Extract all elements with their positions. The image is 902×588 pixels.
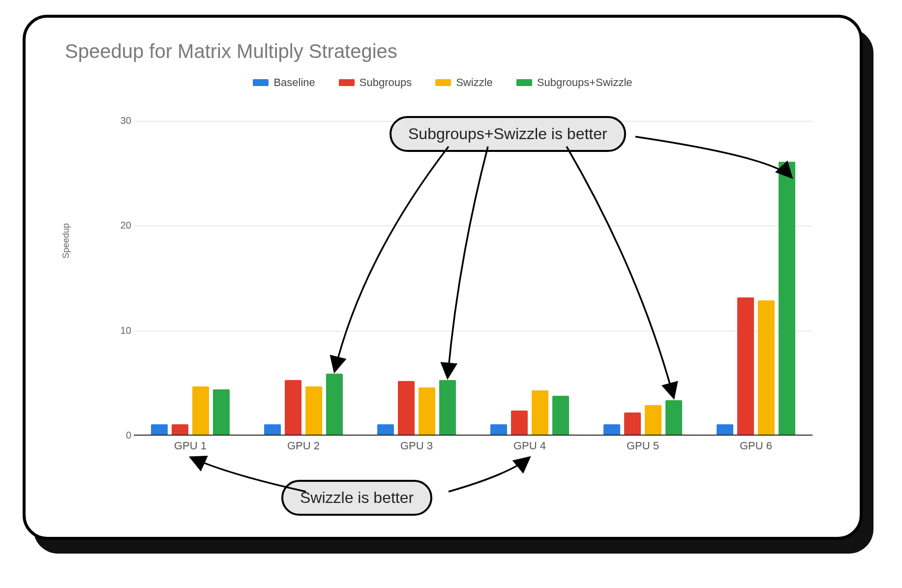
bar-group [490, 390, 569, 435]
bar [419, 387, 435, 435]
bar [603, 424, 620, 435]
callout-bottom: Swizzle is better [281, 480, 432, 516]
stage: Speedup for Matrix Multiply Strategies B… [0, 0, 902, 588]
y-tick-label: 0 [112, 430, 131, 441]
chart-card: Speedup for Matrix Multiply Strategies B… [23, 15, 863, 540]
y-tick-label: 10 [112, 325, 131, 336]
legend-label: Baseline [273, 76, 315, 89]
gridline [134, 331, 812, 331]
bar [192, 386, 209, 435]
legend-item: Baseline [253, 76, 315, 89]
bar [264, 424, 281, 435]
callout-top: Subgroups+Swizzle is better [390, 116, 626, 152]
x-tick-label: GPU 2 [269, 440, 338, 452]
chart-title: Speedup for Matrix Multiply Strategies [65, 40, 860, 62]
legend-swatch [339, 79, 355, 86]
y-tick-label: 20 [112, 220, 131, 231]
x-tick-label: GPU 4 [495, 440, 564, 452]
y-tick-label: 30 [112, 115, 131, 126]
bar [779, 162, 795, 435]
bar [758, 300, 775, 435]
bar-group [603, 400, 682, 435]
x-tick-label: GPU 6 [722, 440, 790, 452]
x-tick-label: GPU 5 [608, 440, 677, 452]
bar-group [717, 162, 795, 435]
bar [532, 390, 548, 435]
bar [172, 424, 188, 435]
bar [326, 374, 343, 435]
x-tick-label: GPU 3 [382, 440, 451, 452]
bar [151, 424, 168, 435]
plot-area: GPU 1GPU 2GPU 3GPU 4GPU 5GPU 6 [134, 121, 812, 436]
plot-wrap: 0102030 GPU 1GPU 2GPU 3GPU 4GPU 5GPU 6 [99, 121, 822, 465]
bar [624, 412, 641, 435]
legend-item: Subgroups+Swizzle [516, 76, 632, 89]
y-axis-label: Speedup [61, 223, 71, 259]
gridline [134, 226, 812, 226]
bar [377, 424, 394, 435]
legend-swatch [253, 79, 269, 86]
bar-group [377, 380, 456, 435]
legend-label: Swizzle [456, 76, 493, 89]
bar-group [151, 386, 230, 435]
bar-group [264, 374, 343, 435]
bar [213, 389, 230, 435]
legend: Baseline Subgroups Swizzle Subgroups+Swi… [26, 76, 860, 89]
bar [645, 405, 661, 435]
bar [737, 297, 754, 435]
bar [439, 380, 456, 435]
x-tick-label: GPU 1 [156, 440, 225, 452]
bar [398, 381, 415, 435]
bar [285, 380, 301, 435]
legend-item: Swizzle [435, 76, 493, 89]
bar [490, 424, 507, 435]
legend-item: Subgroups [339, 76, 412, 89]
legend-label: Subgroups+Swizzle [537, 76, 632, 89]
bar [717, 424, 733, 435]
bar [552, 396, 569, 435]
legend-label: Subgroups [360, 76, 412, 89]
bar [511, 411, 528, 435]
bar [665, 400, 682, 435]
legend-swatch [516, 79, 532, 86]
legend-swatch [435, 79, 451, 86]
bar [305, 386, 322, 435]
